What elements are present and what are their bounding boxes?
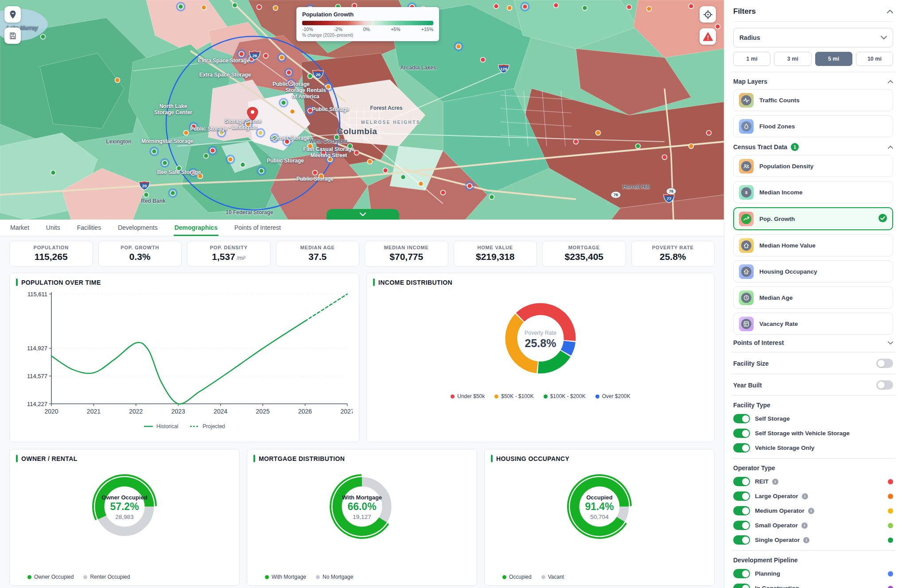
tab-points-of-interest[interactable]: Points of Interest: [233, 220, 282, 236]
radius-dropdown[interactable]: Radius: [733, 28, 893, 47]
facility-dot[interactable]: [596, 131, 601, 135]
reit-toggle[interactable]: [733, 477, 750, 486]
facility-dot[interactable]: [41, 35, 46, 39]
radius-option-1mi[interactable]: 1 mi: [733, 52, 770, 66]
facility-dot[interactable]: [401, 175, 406, 180]
facility-dot[interactable]: [689, 144, 694, 149]
facility-dot[interactable]: [636, 144, 641, 149]
self-storage-with-vehicle-storage-toggle[interactable]: [733, 429, 750, 438]
facility-dot[interactable]: [241, 162, 245, 167]
facility-dot[interactable]: [467, 184, 472, 189]
map-canvas[interactable]: Extra Space StorageExtra Space StoragePu…: [0, 0, 724, 220]
facility-dot[interactable]: [144, 193, 149, 197]
locate-button[interactable]: [700, 6, 716, 23]
radius-option-10mi[interactable]: 10 mi: [856, 52, 893, 66]
layer-item-population-density[interactable]: Population Density: [733, 155, 893, 177]
facility-dot[interactable]: [494, 4, 499, 9]
facility-dot[interactable]: [184, 131, 189, 135]
facility-dot[interactable]: [152, 149, 157, 154]
facility-dot[interactable]: [191, 124, 196, 129]
facility-dot[interactable]: [574, 139, 579, 144]
facility-dot[interactable]: [354, 151, 359, 155]
small-operator-toggle[interactable]: [733, 521, 750, 530]
census-tract-header[interactable]: Census Tract Data 1: [733, 143, 893, 151]
facility-dot[interactable]: [523, 4, 528, 9]
map-pin-button[interactable]: [4, 6, 21, 23]
facility-dot[interactable]: [210, 148, 215, 153]
facility-dot[interactable]: [419, 182, 424, 186]
facility-dot[interactable]: [171, 191, 175, 196]
tab-facilities[interactable]: Facilities: [76, 220, 102, 236]
facility-dot[interactable]: [233, 3, 237, 8]
map-layers-header[interactable]: Map Layers: [733, 78, 893, 85]
facility-dot[interactable]: [287, 70, 292, 75]
facility-dot[interactable]: [368, 159, 373, 164]
layer-item-pop-growth[interactable]: Pop. Growth: [733, 207, 893, 230]
facility-dot[interactable]: [273, 6, 278, 11]
facility-dot[interactable]: [481, 58, 486, 62]
info-icon[interactable]: i: [808, 508, 814, 514]
info-icon[interactable]: i: [803, 537, 809, 543]
facility-dot[interactable]: [257, 5, 262, 10]
facility-dot[interactable]: [313, 170, 318, 175]
facility-dot[interactable]: [554, 3, 559, 8]
facility-dot[interactable]: [249, 57, 254, 62]
facility-dot[interactable]: [328, 157, 333, 162]
layer-item-median-age[interactable]: Median Age: [733, 286, 893, 309]
save-map-button[interactable]: [4, 27, 21, 44]
collapse-map-button[interactable]: [327, 209, 399, 220]
medium-operator-toggle[interactable]: [733, 506, 750, 515]
in-construction-toggle[interactable]: [733, 584, 750, 588]
facility-dot[interactable]: [239, 52, 244, 57]
facility-dot[interactable]: [191, 170, 196, 175]
facility-dot[interactable]: [258, 131, 263, 135]
facility-dot[interactable]: [348, 144, 353, 149]
facility-dot[interactable]: [383, 168, 388, 173]
facility-dot[interactable]: [51, 170, 56, 175]
facility-dot[interactable]: [441, 190, 446, 195]
facility-dot[interactable]: [326, 85, 331, 89]
facility-dot[interactable]: [281, 101, 286, 105]
facility-dot[interactable]: [290, 109, 295, 114]
facility-dot[interactable]: [264, 54, 268, 58]
year-built-toggle[interactable]: [876, 380, 893, 390]
facility-dot[interactable]: [259, 169, 264, 174]
facility-dot[interactable]: [490, 195, 494, 200]
facility-dot[interactable]: [198, 174, 203, 179]
radius-option-5mi[interactable]: 5 mi: [815, 52, 852, 66]
facility-dot[interactable]: [308, 108, 313, 113]
tab-units[interactable]: Units: [45, 220, 61, 236]
info-icon[interactable]: i: [802, 493, 808, 499]
alerts-button[interactable]: [700, 28, 716, 45]
facility-dot[interactable]: [115, 78, 120, 83]
facility-dot[interactable]: [308, 74, 313, 79]
facility-dot[interactable]: [334, 135, 339, 140]
facility-dot[interactable]: [219, 131, 224, 135]
planning-toggle[interactable]: [733, 569, 750, 578]
facility-dot[interactable]: [456, 44, 461, 49]
layer-item-vacancy-rate[interactable]: Vacancy Rate: [733, 313, 893, 335]
facility-dot[interactable]: [689, 4, 694, 9]
info-icon[interactable]: i: [772, 479, 778, 485]
facility-dot[interactable]: [272, 136, 277, 141]
single-operator-toggle[interactable]: [733, 535, 750, 545]
layer-item-traffic-counts[interactable]: Traffic Counts: [733, 89, 893, 111]
facility-dot[interactable]: [319, 174, 324, 179]
facility-dot[interactable]: [202, 5, 206, 10]
facility-size-toggle[interactable]: [876, 359, 893, 368]
facility-dot[interactable]: [321, 151, 326, 155]
facility-dot[interactable]: [662, 155, 667, 160]
facility-dot[interactable]: [179, 4, 183, 9]
facility-dot[interactable]: [627, 5, 632, 10]
facility-dot[interactable]: [246, 122, 251, 127]
large-operator-toggle[interactable]: [733, 491, 750, 501]
vehicle-storage-only-toggle[interactable]: [733, 443, 750, 453]
facility-dot[interactable]: [583, 6, 587, 11]
tab-demographics[interactable]: Demographics: [174, 220, 218, 236]
facility-dot[interactable]: [647, 7, 652, 12]
self-storage-toggle[interactable]: [733, 414, 750, 423]
facility-dot[interactable]: [177, 166, 182, 171]
facility-dot[interactable]: [228, 157, 233, 162]
facility-dot[interactable]: [163, 161, 167, 166]
facility-dot[interactable]: [707, 131, 711, 135]
